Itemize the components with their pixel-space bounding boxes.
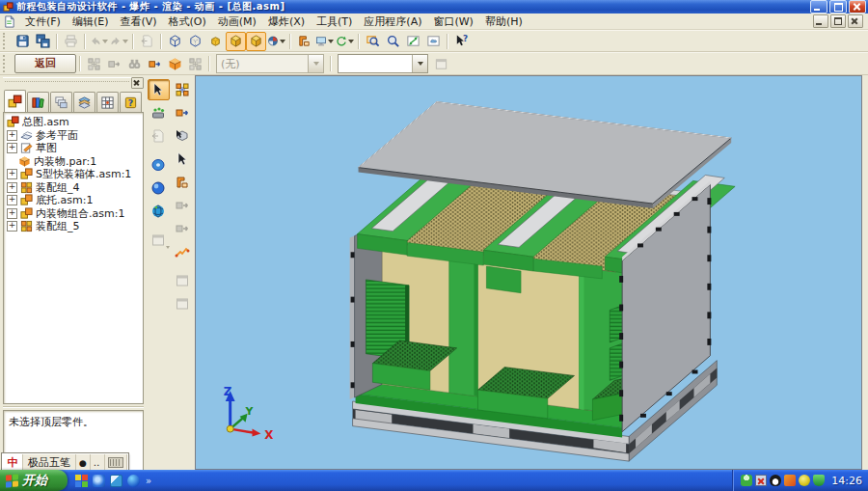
save-button[interactable]	[13, 32, 33, 51]
menu-window[interactable]: 窗口(W)	[427, 14, 478, 30]
tree-item-root[interactable]: 总图.asm	[7, 116, 143, 129]
explode-settings-button[interactable]	[185, 54, 205, 73]
edgebar-close-button[interactable]	[131, 77, 144, 89]
rotate-view-button[interactable]	[335, 32, 355, 51]
modify-explode-button[interactable]	[172, 172, 194, 193]
quick-launch-browser-icon[interactable]	[93, 475, 105, 487]
tab-parts-library[interactable]	[27, 92, 49, 112]
select-help-button[interactable]	[451, 32, 472, 51]
menu-view[interactable]: 查看(V)	[114, 14, 162, 30]
tree-item-contents-group[interactable]: 内装物组合.asm:1	[7, 207, 143, 221]
tab-assembly-pathfinder[interactable]	[4, 90, 26, 112]
menu-applications[interactable]: 应用程序(A)	[358, 14, 427, 30]
restore-button[interactable]	[829, 0, 847, 14]
explode-button[interactable]	[145, 54, 165, 73]
expand-icon[interactable]	[7, 182, 17, 193]
back-button[interactable]: 返回	[14, 54, 76, 73]
search-parts-button[interactable]	[124, 54, 145, 73]
title-bar[interactable]: 前程包装自动设计软件 - 爆炸 - 渲染 - 动画 - [总图.asm]	[0, 0, 868, 14]
select-tool-button[interactable]	[148, 79, 170, 100]
tray-notifier-icon[interactable]	[784, 475, 796, 486]
tree-item-box-assembly[interactable]: S型快装箱体.asm:1	[7, 168, 143, 181]
toolbar-grip[interactable]	[3, 33, 10, 49]
edit-definition-button[interactable]	[148, 125, 170, 147]
hidden-edges-view-button[interactable]	[185, 32, 205, 51]
tray-qq-icon[interactable]	[770, 475, 781, 486]
shaded-view-button[interactable]	[226, 32, 246, 51]
save-all-button[interactable]	[33, 32, 53, 51]
more-render-tools-button[interactable]	[148, 230, 170, 251]
shadow-view-button[interactable]	[205, 32, 226, 51]
fit-view-button[interactable]	[403, 32, 423, 51]
ime-punctuation-toggle[interactable]: ‥	[91, 454, 105, 471]
animation-speed-dropdown[interactable]	[338, 54, 428, 73]
color-manager-button[interactable]	[266, 32, 286, 51]
auto-explode-button[interactable]	[84, 54, 104, 73]
reposition-part-button[interactable]	[172, 125, 194, 147]
undo-button[interactable]	[89, 32, 109, 51]
quick-launch-desktop-icon[interactable]	[110, 475, 122, 487]
render-setup-button[interactable]	[148, 177, 170, 199]
unexplode-button[interactable]	[104, 54, 124, 73]
collapse-button[interactable]	[165, 54, 185, 73]
tray-messenger-icon[interactable]	[741, 475, 752, 486]
ime-fullwidth-toggle[interactable]: ●	[76, 454, 91, 471]
paste-button[interactable]	[137, 32, 157, 51]
tree-item-group5[interactable]: 装配组_5	[7, 220, 143, 233]
spread-parts-button[interactable]	[172, 79, 194, 100]
animation-events-button[interactable]	[172, 293, 194, 314]
panel-splitter[interactable]	[3, 406, 144, 408]
quick-launch-media-icon[interactable]	[75, 475, 88, 487]
menu-explode[interactable]: 爆炸(X)	[262, 14, 311, 30]
render-session-button[interactable]	[148, 201, 170, 222]
child-restore-button[interactable]	[830, 14, 846, 28]
apply-config-button[interactable]	[431, 54, 451, 73]
tab-help[interactable]	[120, 92, 142, 112]
child-close-button[interactable]	[848, 14, 863, 28]
bind-parts-button[interactable]	[172, 195, 194, 216]
edgebar-grip[interactable]	[5, 81, 129, 85]
clock[interactable]: 14:26	[831, 475, 862, 487]
ime-language-indicator[interactable]: 中	[3, 454, 23, 471]
select-part-button[interactable]	[172, 149, 194, 170]
toolbar-grip[interactable]	[3, 55, 10, 72]
viewport-3d[interactable]: Z Y X	[195, 75, 862, 470]
flow-lines-button[interactable]	[172, 241, 194, 262]
unbind-parts-button[interactable]	[172, 218, 194, 239]
tray-updater-icon[interactable]	[799, 475, 810, 486]
ime-softkeyboard-button[interactable]	[105, 454, 127, 471]
tab-layers[interactable]	[73, 92, 95, 112]
tab-alternate-assemblies[interactable]	[50, 92, 72, 112]
menu-animation[interactable]: 动画(M)	[212, 14, 262, 30]
child-minimize-button[interactable]	[813, 14, 828, 28]
expand-icon[interactable]	[7, 169, 17, 179]
menu-tools[interactable]: 工具(T)	[311, 14, 358, 30]
pan-view-button[interactable]	[423, 32, 444, 51]
menu-help[interactable]: 帮助(H)	[479, 14, 529, 30]
zoom-area-button[interactable]	[363, 32, 383, 51]
tray-antivirus-icon[interactable]	[813, 475, 825, 486]
common-views-button[interactable]	[294, 32, 314, 51]
tree-item-ref-planes[interactable]: 参考平面	[7, 129, 143, 143]
close-button[interactable]	[849, 0, 866, 14]
ime-name[interactable]: 极品五笔	[23, 454, 76, 471]
minimize-button[interactable]	[810, 0, 827, 14]
shaded-edges-view-button[interactable]	[246, 32, 266, 51]
quick-launch-overflow[interactable]: »	[146, 476, 151, 486]
wireframe-view-button[interactable]	[165, 32, 185, 51]
tab-sensors[interactable]	[96, 92, 119, 112]
zoom-button[interactable]	[383, 32, 403, 51]
tree-item-sketch[interactable]: 草图	[7, 142, 143, 155]
expand-icon[interactable]	[7, 208, 17, 219]
explode-events-button[interactable]	[172, 270, 194, 291]
expand-icon[interactable]	[7, 195, 17, 205]
explode-part-button[interactable]	[172, 102, 194, 123]
tree-item-base-assembly[interactable]: 底托.asm:1	[7, 194, 143, 207]
render-scene-button[interactable]	[148, 154, 170, 176]
menu-file[interactable]: 文件(F)	[19, 14, 67, 30]
activate-part-button[interactable]	[148, 102, 170, 123]
tree-item-group4[interactable]: 装配组_4	[7, 181, 143, 195]
redo-button[interactable]	[109, 32, 129, 51]
start-button[interactable]: 开始	[0, 470, 68, 491]
menu-edit[interactable]: 编辑(E)	[67, 14, 115, 30]
